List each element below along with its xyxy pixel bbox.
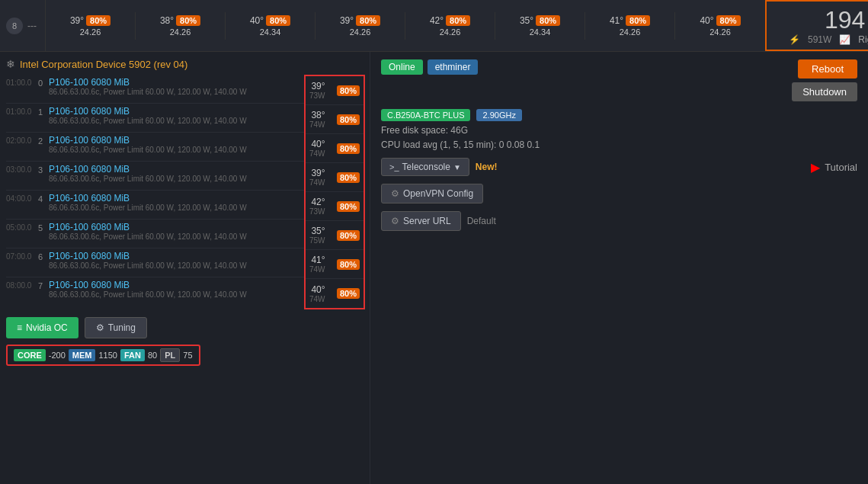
new-badge: New! xyxy=(476,162,498,172)
gpu-metrics-panel: 39° 73W 80% 38° 74W 80% xyxy=(304,75,365,309)
tile1-fan: 80% xyxy=(176,15,200,26)
tile6-hash: 24.26 xyxy=(620,27,641,37)
gpu-spec-1: 86.06.63.00.6c, Power Limit 60.00 W, 120… xyxy=(49,117,304,125)
gpu-model-5[interactable]: P106-100 6080 MiB xyxy=(49,222,304,232)
power-value: 591W xyxy=(808,34,831,45)
gpu-row-2: 02:00.0 2 P106-100 6080 MiB 86.06.63.00.… xyxy=(6,133,304,162)
metric-watt-6: 74W xyxy=(309,265,325,274)
gpu-tile-1: 38° 80% 24.26 xyxy=(136,12,226,40)
metric-watt-2: 74W xyxy=(309,149,325,158)
tutorial-link[interactable]: ▶ Tutorial xyxy=(811,160,857,175)
chevron-down-icon: ▼ xyxy=(453,163,461,171)
metric-fan-5: 80% xyxy=(337,230,360,241)
tile5-temp: 35° xyxy=(520,15,533,26)
mobo-badge: C.B250A-BTC PLUS xyxy=(381,109,470,121)
tile0-fan: 80% xyxy=(86,15,111,26)
tile7-temp: 40° xyxy=(700,15,713,26)
tile5-hash: 24.34 xyxy=(530,27,551,37)
gpu-row-6: 07:00.0 6 P106-100 6080 MiB 86.06.63.00.… xyxy=(6,248,304,277)
gpu-model-0[interactable]: P106-100 6080 MiB xyxy=(49,77,304,88)
metric-temp-6: 41° xyxy=(311,255,325,265)
tile5-fan: 80% xyxy=(536,15,560,26)
metric-watt-0: 73W xyxy=(309,91,325,100)
miner-badge: ethminer xyxy=(428,59,479,75)
server-url-button[interactable]: ⚙ Server URL xyxy=(381,211,461,231)
gpu-model-1[interactable]: P106-100 6080 MiB xyxy=(49,106,304,117)
chart-icon: 📈 xyxy=(839,34,850,45)
metric-temp-2: 40° xyxy=(311,139,325,149)
gpu-spec-4: 86.06.63.00.6c, Power Limit 60.00 W, 120… xyxy=(49,204,304,212)
hashrate-value: 194 xyxy=(825,6,865,34)
gpu-tile-6: 41° 80% 24.26 xyxy=(585,12,675,40)
gpu-tile-3: 39° 80% 24.26 xyxy=(315,12,405,40)
tile3-fan: 80% xyxy=(356,15,380,26)
gpu-row-4: 04:00.0 4 P106-100 6080 MiB 86.06.63.00.… xyxy=(6,191,304,220)
gpu-model-7[interactable]: P106-100 6080 MiB xyxy=(49,280,304,290)
metric-watt-7: 74W xyxy=(309,295,325,303)
gpu-model-6[interactable]: P106-100 6080 MiB xyxy=(49,251,304,261)
gpu-model-4[interactable]: P106-100 6080 MiB xyxy=(49,193,304,204)
gpu-model-3[interactable]: P106-100 6080 MiB xyxy=(49,164,304,175)
tile0-temp: 39° xyxy=(70,15,84,26)
tile2-temp: 40° xyxy=(250,15,264,26)
teleconsole-button[interactable]: >_ Teleconsole ▼ xyxy=(381,158,469,176)
rig-name: --- xyxy=(27,21,37,31)
gpu-time-0: 01:00.0 xyxy=(6,77,38,87)
mem-label: MEM xyxy=(69,349,96,361)
metric-temp-7: 40° xyxy=(311,284,325,295)
gpu-spec-6: 86.06.63.00.6c, Power Limit 60.00 W, 120… xyxy=(49,261,304,270)
rig-stats-link[interactable]: Rig stats xyxy=(858,34,868,45)
gpu-time-4: 04:00.0 xyxy=(6,193,38,203)
gpu-index-1: 1 xyxy=(38,106,49,117)
cpu-badge: 2.90GHz xyxy=(476,109,521,121)
system-info-panel: C.B250A-BTC PLUS 2.90GHz Free disk space… xyxy=(381,109,857,150)
gpu-index-3: 3 xyxy=(38,164,49,175)
gpu-spec-2: 86.06.63.00.6c, Power Limit 60.00 W, 120… xyxy=(49,146,304,154)
shutdown-button[interactable]: Shutdown xyxy=(792,82,857,101)
core-label: CORE xyxy=(14,349,46,361)
tile3-hash: 24.26 xyxy=(350,27,371,37)
metric-temp-0: 39° xyxy=(311,81,325,91)
gpu-row-7: 08:00.0 7 P106-100 6080 MiB 86.06.63.00.… xyxy=(6,277,304,306)
gpu-index-2: 2 xyxy=(38,135,49,146)
gpu-tile-7: 40° 80% 24.26 xyxy=(675,12,765,40)
metric-watt-5: 75W xyxy=(309,236,325,245)
gpu-time-5: 05:00.0 xyxy=(6,222,38,232)
gpu-spec-0: 86.06.63.00.6c, Power Limit 60.00 W, 120… xyxy=(49,88,304,96)
power-icon: ⚡ xyxy=(789,34,800,45)
gpu-time-3: 03:00.0 xyxy=(6,164,38,174)
disk-info: Free disk space: 46G xyxy=(381,125,857,136)
reboot-button[interactable]: Reboot xyxy=(798,59,857,79)
metric-fan-3: 80% xyxy=(337,172,360,183)
tile6-fan: 80% xyxy=(626,15,650,26)
metric-fan-2: 80% xyxy=(337,143,360,154)
youtube-icon: ▶ xyxy=(811,160,820,175)
gpu-index-7: 7 xyxy=(38,280,49,290)
metric-fan-1: 80% xyxy=(337,114,360,125)
gpu-row-1: 01:00.0 1 P106-100 6080 MiB 86.06.63.00.… xyxy=(6,104,304,133)
gpu-time-2: 02:00.0 xyxy=(6,135,38,145)
oc-tags-panel: CORE -200 MEM 1150 FAN 80 PL 75 xyxy=(6,345,200,366)
tile2-hash: 24.34 xyxy=(260,27,281,37)
gpu-time-1: 01:00.0 xyxy=(6,106,38,116)
openvpn-button[interactable]: ⚙ OpenVPN Config xyxy=(381,184,483,204)
fan-label: FAN xyxy=(120,349,145,361)
tile4-temp: 42° xyxy=(430,15,444,26)
gpu-model-2[interactable]: P106-100 6080 MiB xyxy=(49,135,304,146)
metric-fan-6: 80% xyxy=(337,259,360,270)
gpu-spec-3: 86.06.63.00.6c, Power Limit 60.00 W, 120… xyxy=(49,175,304,183)
pl-value: 75 xyxy=(183,351,192,360)
gpu-index-4: 4 xyxy=(38,193,49,204)
nvidia-oc-button[interactable]: ≡ Nvidia OC xyxy=(6,317,78,338)
gear-icon-openvpn: ⚙ xyxy=(391,188,399,199)
stats-box: 194 MH/s ⚡ 591W 📈 Rig stats xyxy=(765,0,868,51)
pl-label: PL xyxy=(160,348,180,362)
gpu-row-3: 03:00.0 3 P106-100 6080 MiB 86.06.63.00.… xyxy=(6,162,304,191)
tile6-temp: 41° xyxy=(610,15,623,26)
tuning-button[interactable]: ⚙ Tuning xyxy=(85,317,147,338)
mem-value: 1150 xyxy=(98,351,117,360)
gpu-index-0: 0 xyxy=(38,77,49,88)
metric-temp-3: 39° xyxy=(311,168,325,178)
metric-watt-4: 73W xyxy=(309,207,325,216)
snowflake-icon: ❄ xyxy=(6,58,15,70)
